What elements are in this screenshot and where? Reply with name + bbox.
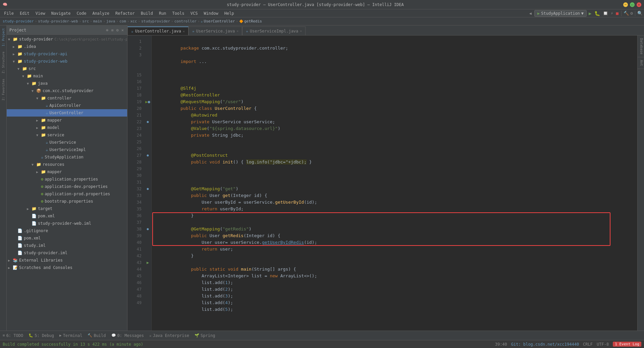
spring-tool[interactable]: 🌱 Spring — [195, 333, 215, 338]
panel-settings-icon[interactable]: ≡ — [110, 27, 114, 33]
menu-help[interactable]: Help — [222, 10, 237, 16]
tree-item-app-dev-props[interactable]: ▶ ⚙ application-dev.properties — [7, 183, 127, 190]
tree-item-study-iml[interactable]: ▶ 📄 study.iml — [7, 242, 127, 249]
tree-item-user-controller[interactable]: ▶ ☕ UserController — [7, 109, 127, 117]
menu-edit[interactable]: Edit — [17, 10, 32, 16]
debug-button[interactable]: 🐛 — [594, 10, 601, 17]
terminal-tool[interactable]: ▶ Terminal — [59, 333, 82, 338]
run-config-dropdown[interactable]: ▶ StudyApplication ▼ — [534, 10, 587, 17]
code-content[interactable]: package com.xcc.studyprovider.controller… — [152, 36, 637, 331]
run-button[interactable]: ▶ — [588, 10, 592, 17]
tree-item-bootstrap-props[interactable]: ▶ ⚙ bootstrap.properties — [7, 198, 127, 205]
tree-item-web[interactable]: ▼ 📁 study-provider-web — [7, 58, 127, 65]
tree-item-src[interactable]: ▼ 📁 src — [7, 65, 127, 72]
tree-item-study-app[interactable]: ▶ ☕ StudyApplication — [7, 153, 127, 161]
panel-gear-icon[interactable]: ⊕ — [105, 27, 109, 33]
breadcrumb-item-9[interactable]: controller — [174, 19, 197, 23]
breadcrumb-item-7[interactable]: xcc — [130, 19, 137, 23]
tree-item-idea[interactable]: ▶ 📁 .idea — [7, 43, 127, 50]
breadcrumb-item-8[interactable]: studyprovider — [141, 19, 170, 23]
tree-item-java[interactable]: ▼ 📁 java — [7, 80, 127, 87]
menu-refactor[interactable]: Refactor — [113, 10, 138, 16]
panel-gear2-icon[interactable]: ⚙ — [116, 27, 119, 33]
tree-item-resources[interactable]: ▼ 📁 resources — [7, 161, 127, 168]
tree-item-gitignore[interactable]: ▶ 📄 .gitignore — [7, 227, 127, 234]
menu-navigate[interactable]: Navigate — [49, 10, 73, 16]
tree-item-iml-web[interactable]: ▶ 📄 study-provider-web.iml — [7, 220, 127, 227]
menu-analyze[interactable]: Analyze — [90, 10, 112, 16]
menu-file[interactable]: File — [1, 10, 16, 16]
tree-item-app-prod-props[interactable]: ▶ ⚙ application-prod.properties — [7, 190, 127, 198]
event-log-button[interactable]: 1 Event Log — [613, 342, 641, 347]
breadcrumb-item-2[interactable]: study-provider-web — [38, 19, 78, 23]
tree-item-provider-iml[interactable]: ▶ 📄 study-provider.iml — [7, 249, 127, 257]
navigate-back-button[interactable]: ◀ — [528, 10, 533, 16]
favorites-icon[interactable]: 2: Favorites — [1, 77, 6, 102]
tree-item-model[interactable]: ▶ 📁 model — [7, 124, 127, 131]
tree-item-mapper[interactable]: ▶ 📁 mapper — [7, 117, 127, 124]
messages-tool[interactable]: 💬 0: Messages — [111, 333, 144, 338]
close-button[interactable]: ✕ — [637, 2, 641, 7]
ant-panel-tab[interactable]: Ant — [638, 57, 644, 69]
search-button[interactable]: 🔍 — [637, 11, 643, 16]
structure-icon[interactable]: Z: Structure — [1, 50, 6, 75]
tree-item-package[interactable]: ▼ 📦 com.xcc.studyprovider — [7, 87, 127, 94]
menu-build[interactable]: Build — [138, 10, 156, 16]
tree-item-scratches[interactable]: ▶ 📝 Scratches and Consoles — [7, 264, 127, 271]
stop-button[interactable]: ■ — [615, 10, 619, 16]
profile-button[interactable]: ⚡ — [610, 10, 614, 16]
debug-tool[interactable]: 🐛 5: Debug — [29, 333, 54, 338]
database-panel-tab[interactable]: Database — [638, 36, 644, 57]
menu-run[interactable]: Run — [156, 10, 169, 16]
java-file-icon: ☕ — [46, 103, 48, 108]
tree-item-service[interactable]: ▼ 📁 service — [7, 131, 127, 139]
tab-close-button[interactable]: ✕ — [236, 29, 238, 33]
tree-item-resources-mapper[interactable]: ▶ 📁 mapper — [7, 168, 127, 176]
project-view-icon[interactable]: 1: Project — [1, 27, 6, 48]
tree-item-app-props[interactable]: ▶ ⚙ application.properties — [7, 176, 127, 183]
panel-close-icon[interactable]: ✕ — [121, 27, 124, 33]
todo-tool[interactable]: ≡ 6: TODO — [3, 333, 23, 338]
breadcrumb-item-1[interactable]: study-provider — [3, 19, 34, 23]
gutter-run-arrow[interactable]: ▶ — [147, 259, 149, 266]
build-button[interactable]: 🔨 — [624, 11, 629, 16]
tree-item-api-controller[interactable]: ▶ ☕ ApiController — [7, 102, 127, 109]
tree-item-main[interactable]: ▼ 📁 main — [7, 72, 127, 80]
breadcrumb-item-4[interactable]: main — [93, 19, 102, 23]
line-separator[interactable]: CRLF — [583, 342, 593, 347]
encoding[interactable]: UTF-8 — [597, 342, 609, 347]
breadcrumb-item-11[interactable]: getRedis — [244, 19, 262, 23]
gutter-43[interactable]: ▶ — [144, 259, 151, 266]
build-tool[interactable]: 🔨 Build — [88, 333, 106, 338]
minimize-button[interactable]: ─ — [623, 2, 628, 7]
tree-item-user-service[interactable]: ▶ ☕ UserService — [7, 139, 127, 146]
tree-item-target[interactable]: ▶ 📁 target — [7, 205, 127, 212]
breadcrumb-item-10[interactable]: UserController — [204, 19, 235, 23]
breadcrumb-item-3[interactable]: src — [82, 19, 89, 23]
tab-close-button[interactable]: ✕ — [183, 29, 185, 33]
menu-tools[interactable]: Tools — [170, 10, 187, 16]
cursor-position[interactable]: 39:40 — [495, 342, 507, 347]
maximize-button[interactable]: □ — [630, 2, 635, 7]
tree-item-pom-web[interactable]: ▶ 📄 pom.xml — [7, 212, 127, 220]
tree-item-controller[interactable]: ▼ 📁 controller — [7, 94, 127, 102]
menu-vcs[interactable]: VCS — [188, 10, 201, 16]
git-info[interactable]: Git: blog.csdn.net/xcc194440 — [511, 342, 579, 347]
tab-close-button[interactable]: ✕ — [300, 29, 302, 33]
tree-item-pom-root[interactable]: ▶ 📄 pom.xml — [7, 234, 127, 242]
coverage-button[interactable]: 🔲 — [602, 10, 609, 16]
tree-item-study-provider[interactable]: ▼ 📁 study-provider C:\sckj\work\project-… — [7, 36, 127, 43]
tree-item-api[interactable]: ▶ 📁 study-provider-api — [7, 50, 127, 58]
settings-button[interactable]: ⚙ — [630, 11, 633, 16]
tab-userservice[interactable]: ☕ UserService.java ✕ — [189, 26, 242, 35]
tab-usercontroller[interactable]: ☕ UserController.java ✕ — [127, 26, 189, 35]
java-enterprise-tool[interactable]: ☕ Java Enterprise — [149, 333, 189, 338]
breadcrumb-item-6[interactable]: com — [119, 19, 126, 23]
tree-item-user-service-impl[interactable]: ▶ ☕ UserServiceImpl — [7, 146, 127, 153]
menu-code[interactable]: Code — [74, 10, 89, 16]
tab-userserviceimpl[interactable]: ☕ UserServiceImpl.java ✕ — [242, 26, 306, 35]
breadcrumb-item-5[interactable]: java — [106, 19, 115, 23]
menu-window[interactable]: Window — [201, 10, 221, 16]
menu-view[interactable]: View — [33, 10, 48, 16]
tree-item-external-libs[interactable]: ▶ 📚 External Libraries — [7, 257, 127, 264]
